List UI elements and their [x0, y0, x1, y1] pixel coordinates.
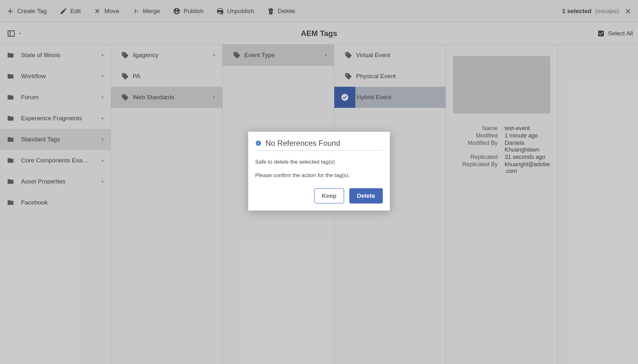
info-icon — [255, 140, 262, 146]
dialog-title: No References Found — [265, 139, 340, 148]
confirm-dialog: No References Found Safe to delete the s… — [248, 132, 390, 211]
dialog-header: No References Found — [255, 139, 383, 148]
dialog-line1: Safe to delete the selected tag(s) — [255, 159, 383, 165]
dialog-line2: Please confirm the action for the tag(s)… — [255, 172, 383, 179]
delete-confirm-button[interactable]: Delete — [349, 188, 383, 204]
dialog-divider — [255, 150, 383, 151]
dialog-actions: Keep Delete — [255, 188, 383, 204]
keep-button[interactable]: Keep — [314, 188, 344, 204]
dialog-body: Safe to delete the selected tag(s) Pleas… — [255, 159, 383, 179]
